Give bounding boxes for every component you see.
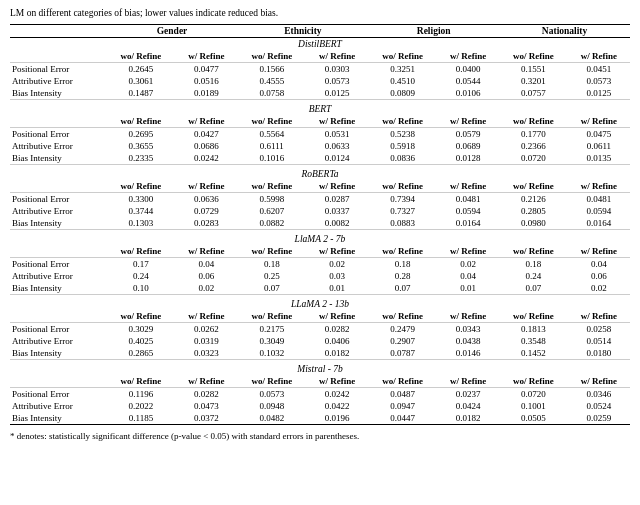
data-cell: 0.0262 [175, 323, 237, 336]
religion-header: Religion [368, 25, 499, 38]
data-cell: 0.0948 [237, 400, 306, 412]
data-cell: 0.0424 [437, 400, 499, 412]
data-cell: 0.0686 [175, 140, 237, 152]
sub-header-cell: wo/ Refine [107, 375, 176, 388]
row-label: Bias Intensity [10, 412, 107, 425]
data-cell: 0.0319 [175, 335, 237, 347]
sub-header-cell: wo/ Refine [107, 115, 176, 128]
data-cell: 0.0720 [499, 152, 568, 165]
data-cell: 0.0343 [437, 323, 499, 336]
data-cell: 0.1452 [499, 347, 568, 360]
data-cell: 0.2695 [107, 128, 176, 141]
data-cell: 0.1566 [237, 63, 306, 76]
data-cell: 0.3049 [237, 335, 306, 347]
sub-header-cell: wo/ Refine [499, 50, 568, 63]
data-cell: 0.02 [437, 258, 499, 271]
data-cell: 0.06 [568, 270, 630, 282]
data-cell: 0.2805 [499, 205, 568, 217]
row-label: Attributive Error [10, 75, 107, 87]
data-cell: 0.0757 [499, 87, 568, 100]
data-cell: 0.0124 [306, 152, 368, 165]
data-cell: 0.4555 [237, 75, 306, 87]
sub-header-row: wo/ Refinew/ Refinewo/ Refinew/ Refinewo… [10, 50, 630, 63]
data-cell: 0.18 [237, 258, 306, 271]
table-row: Bias Intensity0.23350.02420.10160.01240.… [10, 152, 630, 165]
sub-header-cell: wo/ Refine [368, 245, 437, 258]
data-cell: 0.1001 [499, 400, 568, 412]
data-cell: 0.0447 [368, 412, 437, 425]
data-cell: 0.0487 [368, 388, 437, 401]
data-cell: 0.0082 [306, 217, 368, 230]
data-cell: 0.0482 [237, 412, 306, 425]
data-cell: 0.5564 [237, 128, 306, 141]
data-cell: 0.0980 [499, 217, 568, 230]
data-cell: 0.0323 [175, 347, 237, 360]
data-cell: 0.0836 [368, 152, 437, 165]
data-cell: 0.04 [175, 258, 237, 271]
table-row: Positional Error0.26450.04770.15660.0303… [10, 63, 630, 76]
sub-header-cell: w/ Refine [437, 310, 499, 323]
sub-header-row: wo/ Refinew/ Refinewo/ Refinew/ Refinewo… [10, 180, 630, 193]
empty-subheader [10, 245, 107, 258]
data-cell: 0.4510 [368, 75, 437, 87]
table-row: Positional Error0.30290.02620.21750.0282… [10, 323, 630, 336]
model-name: LlaMA 2 - 7b [10, 230, 630, 246]
data-cell: 0.0481 [568, 193, 630, 206]
data-cell: 0.0283 [175, 217, 237, 230]
sub-header-cell: wo/ Refine [499, 180, 568, 193]
sub-header-cell: w/ Refine [437, 115, 499, 128]
data-cell: 0.1196 [107, 388, 176, 401]
sub-header-row: wo/ Refinew/ Refinewo/ Refinew/ Refinewo… [10, 245, 630, 258]
data-cell: 0.0579 [437, 128, 499, 141]
data-cell: 0.0947 [368, 400, 437, 412]
row-label: Positional Error [10, 388, 107, 401]
data-cell: 0.0505 [499, 412, 568, 425]
data-cell: 0.2175 [237, 323, 306, 336]
column-group-header-row: Gender Ethnicity Religion Nationality [10, 25, 630, 38]
data-cell: 0.06 [175, 270, 237, 282]
data-cell: 0.2022 [107, 400, 176, 412]
data-cell: 0.0883 [368, 217, 437, 230]
data-cell: 0.0346 [568, 388, 630, 401]
data-cell: 0.0135 [568, 152, 630, 165]
sub-header-cell: w/ Refine [306, 50, 368, 63]
data-cell: 0.1770 [499, 128, 568, 141]
table-row: Bias Intensity0.11850.03720.04820.01960.… [10, 412, 630, 425]
data-cell: 0.0473 [175, 400, 237, 412]
row-label: Bias Intensity [10, 282, 107, 295]
data-cell: 0.0164 [437, 217, 499, 230]
data-cell: 0.7327 [368, 205, 437, 217]
data-cell: 0.1487 [107, 87, 176, 100]
data-cell: 0.0477 [175, 63, 237, 76]
sub-header-cell: wo/ Refine [237, 310, 306, 323]
row-label: Positional Error [10, 128, 107, 141]
table-row: Positional Error0.170.040.180.020.180.02… [10, 258, 630, 271]
data-cell: 0.0400 [437, 63, 499, 76]
data-cell: 0.6207 [237, 205, 306, 217]
data-cell: 0.0146 [437, 347, 499, 360]
model-name: LLaMA 2 - 13b [10, 295, 630, 311]
empty-header [10, 25, 107, 38]
sub-header-cell: w/ Refine [568, 310, 630, 323]
empty-subheader [10, 375, 107, 388]
table-row: Attributive Error0.30610.05160.45550.057… [10, 75, 630, 87]
data-cell: 0.2907 [368, 335, 437, 347]
data-cell: 0.0636 [175, 193, 237, 206]
data-cell: 0.0427 [175, 128, 237, 141]
data-cell: 0.0242 [306, 388, 368, 401]
data-cell: 0.0882 [237, 217, 306, 230]
data-cell: 0.0406 [306, 335, 368, 347]
sub-header-cell: wo/ Refine [107, 245, 176, 258]
data-cell: 0.18 [368, 258, 437, 271]
data-cell: 0.0182 [306, 347, 368, 360]
sub-header-cell: w/ Refine [437, 180, 499, 193]
sub-header-cell: w/ Refine [568, 180, 630, 193]
sub-header-cell: wo/ Refine [237, 245, 306, 258]
sub-header-cell: w/ Refine [175, 180, 237, 193]
model-name: BERT [10, 100, 630, 116]
sub-header-cell: w/ Refine [437, 245, 499, 258]
data-cell: 0.07 [237, 282, 306, 295]
data-cell: 0.0573 [306, 75, 368, 87]
sub-header-cell: wo/ Refine [499, 245, 568, 258]
data-cell: 0.0237 [437, 388, 499, 401]
